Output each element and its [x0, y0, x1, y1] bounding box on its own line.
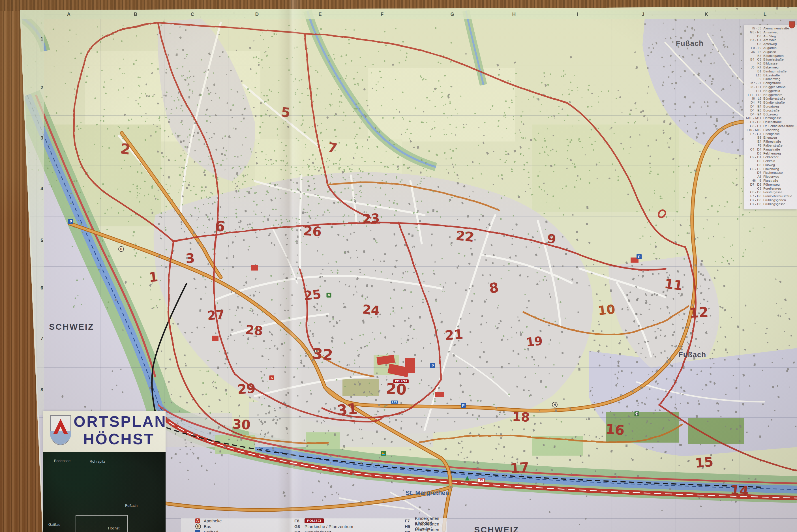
legend-item: AApotheke — [195, 518, 222, 524]
index-grid-ref: C7 - D8 — [745, 198, 763, 202]
index-entry: A6Fliederweg — [745, 175, 796, 179]
index-grid-ref: L11 — [745, 89, 763, 93]
index-street-name: Dammgasse — [763, 116, 796, 120]
street-index-list: I5 - J5AlemannenstraßeG5 - H5AmselwegD6A… — [745, 26, 796, 206]
index-grid-ref: C8 — [745, 187, 763, 191]
index-street-name: Burgatweg — [763, 105, 796, 109]
legend-item: G8Pfarrkirche / Pfarrzentrum — [295, 524, 353, 529]
index-grid-ref: D7 - D8 — [745, 183, 763, 187]
title-line-1: ORTSPLAN — [74, 413, 164, 430]
legend-item: Freibad — [195, 529, 222, 532]
index-entry: D4 - E4Burgatweg — [745, 105, 796, 109]
green-icon: ⚽ — [634, 412, 639, 416]
index-grid-ref: B1 — [745, 70, 763, 74]
legend-item: D8Kindergarten Unterdorf — [405, 529, 447, 532]
index-grid-ref: D3 — [745, 152, 763, 156]
index-entry: C6 - D6Förstergasse — [745, 190, 796, 194]
index-street-name: Brugger Straße — [763, 85, 796, 89]
index-entry: D6Feldrain — [745, 159, 796, 163]
index-entry: F9 - L9Augarten — [745, 46, 796, 50]
index-grid-ref: L11 - L12 — [745, 93, 763, 97]
index-grid-ref: D6 — [745, 35, 763, 38]
district-number-22: 22 — [455, 228, 475, 245]
index-street-name: Fährestraße — [763, 140, 796, 144]
index-grid-ref: G8 - H7 — [745, 124, 763, 128]
index-entry: C7 - D8Frühlingsgarten — [745, 198, 796, 202]
legend-label: Apotheke — [204, 518, 222, 523]
index-entry: D4 - F5Bündtenstraße — [745, 101, 796, 105]
index-street-name: Franz-Reiter-Straße — [763, 194, 796, 198]
legend-column-1: AApothekeHBusFreibad — [195, 518, 222, 532]
index-grid-ref: D6 — [745, 159, 763, 163]
index-street-name: Augasse — [763, 50, 796, 54]
index-grid-ref: A6 — [745, 175, 763, 179]
index-entry: H6 - I6Flurstraße — [745, 179, 796, 183]
index-entry: M7 - J7Bonigstraße — [745, 81, 796, 85]
index-grid-ref: F9 — [745, 77, 763, 81]
index-grid-ref: M7 - J7 — [745, 81, 763, 85]
grid-column-E: E — [318, 12, 322, 17]
index-grid-ref: L13 — [745, 74, 763, 78]
district-number-25: 25 — [303, 287, 322, 303]
p-icon: P — [430, 363, 435, 368]
index-entry: L11 - L12Bruggermorn — [745, 93, 796, 97]
district-number-10: 10 — [597, 302, 616, 318]
index-grid-ref: D8 — [745, 163, 763, 167]
aerial-photo-inset: BodenseeRohrspitzFußachGaißauHöchst — [43, 452, 166, 532]
district-number-9: 9 — [547, 231, 556, 246]
index-entry: F7 - G7Erlengasse — [745, 132, 796, 136]
index-entry: M10 - M11Dammgasse — [745, 116, 796, 120]
district-number-26: 26 — [303, 223, 322, 240]
p-icon: P — [68, 219, 73, 224]
legend-grid-ref: G8 — [295, 530, 305, 532]
legend-grid-ref: F7 — [405, 518, 415, 523]
index-street-name: Bruggerfeld — [763, 89, 796, 93]
grid-row-1: 1 — [40, 36, 43, 42]
freibad-icon — [195, 530, 200, 532]
index-grid-ref: J6 - L6 — [745, 50, 763, 54]
grid-row-6: 6 — [40, 285, 43, 291]
index-grid-ref: H6 - I6 — [745, 179, 763, 183]
index-entry: C5Apfelweg — [745, 42, 796, 46]
legend-label: Pfarrkirche / Pfarrzentrum — [305, 524, 353, 529]
index-street-name: Fliederweg — [763, 175, 796, 179]
district-number-23: 23 — [362, 211, 380, 226]
index-street-name: Bäumlegarten — [763, 54, 796, 58]
bus-icon: H — [552, 402, 557, 407]
legend-item: F8POLIZEI — [295, 518, 353, 524]
index-street-name: Augarten — [763, 46, 796, 50]
district-number-28: 28 — [245, 322, 264, 338]
district-number-27: 27 — [207, 307, 225, 323]
index-entry: B4Bäumlegarten — [745, 54, 796, 58]
lroad-icon: L19 — [391, 401, 398, 404]
grid-column-K: K — [705, 12, 708, 17]
index-grid-ref: E4 — [745, 140, 763, 144]
index-grid-ref: B4 - C5 — [745, 58, 763, 62]
district-number-17: 17 — [510, 459, 530, 477]
grid-column-F: F — [381, 12, 383, 17]
green-icon: ♻ — [327, 293, 331, 298]
index-entry: C2 - D1Feldlöcher — [745, 155, 796, 159]
index-street-name: Bruggermorn — [763, 93, 796, 97]
index-grid-ref: I8 - L11 — [745, 85, 763, 89]
district-number-21: 21 — [444, 326, 463, 343]
index-entry: I6 - L6Bündtelestraße — [745, 97, 796, 101]
index-street-name: Bonigstraße — [763, 81, 796, 85]
index-entry: B5Erlenweg — [745, 136, 796, 140]
index-entry: D7 - D8Föhrenweg — [745, 183, 796, 187]
legend-label: Bus — [204, 524, 211, 529]
index-entry: I5 - J5Alemannenstraße — [745, 26, 796, 31]
index-entry: L10 - M10Eichenweg — [745, 128, 796, 132]
index-street-name: Bützeweg — [763, 113, 796, 117]
index-entry: J5 - K7Birkenweg — [745, 65, 796, 70]
index-entry: D6Am Steg — [745, 35, 796, 38]
index-grid-ref: L10 - M10 — [745, 128, 763, 132]
hoechst-coat-of-arms-icon — [49, 414, 72, 446]
index-grid-ref: D4 - F5 — [745, 101, 763, 105]
index-grid-ref: F5 — [745, 144, 763, 148]
index-grid-ref: I5 - J5 — [745, 26, 763, 31]
inset-label-rohrspitz: Rohrspitz — [90, 459, 105, 463]
grid-column-C: C — [191, 12, 194, 17]
grid-column-A: A — [67, 12, 71, 17]
district-number-18: 18 — [512, 409, 530, 424]
